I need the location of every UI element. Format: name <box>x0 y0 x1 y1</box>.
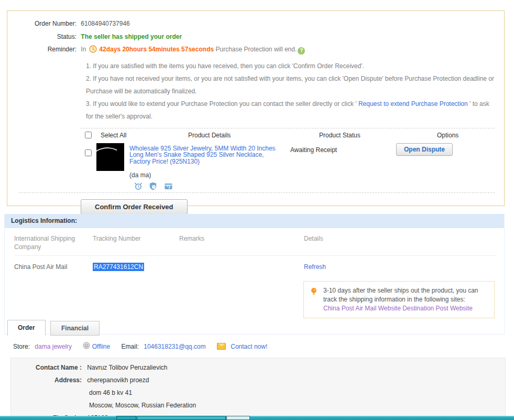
lightbulb-icon <box>310 287 318 298</box>
order-number-value: 61084940737946 <box>81 20 129 27</box>
table-bottom-separator <box>19 192 495 193</box>
product-table-header: Select All Product Details Product Statu… <box>81 128 504 142</box>
order-summary-panel: Order Number: 61084940737946 Status: The… <box>7 10 505 206</box>
taskbar-segment[interactable] <box>137 416 226 420</box>
offline-status-icon <box>83 343 90 351</box>
product-status-header: Product Status <box>319 132 360 139</box>
product-row: Wholesale 925 Silver Jewelry, 5MM Width … <box>81 142 504 192</box>
product-details-header: Product Details <box>188 132 231 139</box>
address-line-3: Moscow, Moscow, Russian Federation <box>85 399 505 412</box>
address-line-2: dom 46 b kv 41 <box>85 386 505 399</box>
extend-protection-link[interactable]: Request to extend Purchase Protection <box>358 100 468 107</box>
product-status-value: Awaiting Receipt <box>290 146 337 154</box>
countdown-clock-icon <box>89 45 97 56</box>
contact-now-link[interactable]: Contact now! <box>231 343 267 350</box>
email-link[interactable]: 1046318231@qq.com <box>144 343 205 350</box>
confirm-order-received-button[interactable]: Confirm Order Received <box>81 199 188 214</box>
product-seller-note: (da ma) <box>129 171 151 179</box>
remarks-header: Remarks <box>179 234 304 251</box>
open-dispute-button[interactable]: Open Dispute <box>396 143 453 156</box>
instruction-3-prefix: 3. If you would like to extend your Purc… <box>86 100 358 107</box>
refresh-link[interactable]: Refresh <box>304 263 326 271</box>
contact-name-label: Contact Name : <box>11 361 82 374</box>
shipping-company-value: China Post Air Mail <box>14 263 93 271</box>
options-header: Options <box>437 132 458 139</box>
order-status-label: Status: <box>7 32 76 41</box>
product-row-checkbox[interactable] <box>85 149 92 156</box>
address-row: Address: cherepanovikh proezd <box>11 374 505 386</box>
china-post-website-link[interactable]: China Post Air Mail Website <box>323 305 401 312</box>
tracking-number-header: Tracking Number <box>93 234 179 251</box>
logistics-table: International Shipping Company Tracking … <box>5 228 504 274</box>
shipping-company-header: International Shipping Company <box>14 234 93 251</box>
envelope-icon <box>217 343 226 350</box>
logistics-section: Logistics Information: International Shi… <box>4 214 505 335</box>
countdown-value: 42days 20hours 54minutes 57seconds <box>99 46 214 53</box>
reminder-prefix: In <box>81 46 86 53</box>
shield-protection-icon <box>149 182 157 190</box>
taskbar-segment[interactable] <box>116 416 136 420</box>
instruction-1: 1. If you are satisfied with the items y… <box>86 60 495 72</box>
order-status-value: The seller has shipped your order <box>81 33 182 40</box>
offline-status-link[interactable]: Offline <box>92 343 110 350</box>
tracking-tip-text: 3-10 days after the seller ships out the… <box>323 287 478 303</box>
reminder-suffix: Purchase Protection will end. <box>215 46 297 53</box>
logistics-row: China Post Air Mail RA277431612CN Refres… <box>14 256 504 274</box>
reminder-row: Reminder: In42days 20hours 54minutes 57s… <box>7 45 504 56</box>
tab-order[interactable]: Order <box>7 320 46 336</box>
order-number-row: Order Number: 61084940737946 <box>7 18 504 28</box>
details-header: Details <box>304 234 497 251</box>
select-all-label: Select All <box>101 132 126 139</box>
reminder-label: Reminder: <box>7 45 76 54</box>
address-label: Address: <box>11 374 82 386</box>
contact-name-value: Navruz Tolibov Peruzalievich <box>87 364 167 371</box>
shipping-address-panel: Contact Name : Navruz Tolibov Peruzaliev… <box>10 358 506 420</box>
store-contact-bar: Store: dama jewelry Offline Email: 10463… <box>13 342 267 351</box>
instruction-3: 3. If you would like to extend your Purc… <box>86 98 495 123</box>
contact-name-row: Contact Name : Navruz Tolibov Peruzaliev… <box>11 361 505 374</box>
destination-post-website-link[interactable]: Destination Post Website <box>402 305 473 312</box>
logistics-section-title: Logistics Information: <box>5 214 504 228</box>
instruction-2: 2. If you have not received your items, … <box>86 72 495 98</box>
email-label: Email: <box>122 343 139 350</box>
order-number-label: Order Number: <box>7 19 76 28</box>
alarm-clock-icon <box>134 182 143 190</box>
order-status-row: Status: The seller has shipped your orde… <box>7 31 504 41</box>
detail-tabs: Order Financial <box>7 320 100 336</box>
taskbar-edge <box>0 416 514 420</box>
tracking-number-value: RA277431612CN <box>93 263 144 271</box>
tracking-tip-box: 3-10 days after the seller ships out the… <box>303 281 495 318</box>
tab-financial[interactable]: Financial <box>50 321 100 336</box>
store-name-link[interactable]: dama jewelry <box>35 343 72 350</box>
store-label: Store: <box>13 343 30 350</box>
package-return-icon <box>164 182 173 190</box>
logistics-table-header: International Shipping Company Tracking … <box>14 234 497 256</box>
select-all-checkbox[interactable] <box>85 132 92 138</box>
question-help-icon[interactable]: ? <box>298 47 305 55</box>
taskbar-segment[interactable] <box>226 416 250 420</box>
remarks-value <box>179 263 304 271</box>
purchase-protection-instructions: 1. If you are satisfied with the items y… <box>86 60 495 123</box>
product-thumbnail[interactable] <box>96 143 124 171</box>
product-title-link[interactable]: Wholesale 925 Silver Jewelry, 5MM Width … <box>129 145 284 165</box>
product-service-icons <box>134 182 178 190</box>
address-line-1: cherepanovikh proezd <box>87 376 149 384</box>
